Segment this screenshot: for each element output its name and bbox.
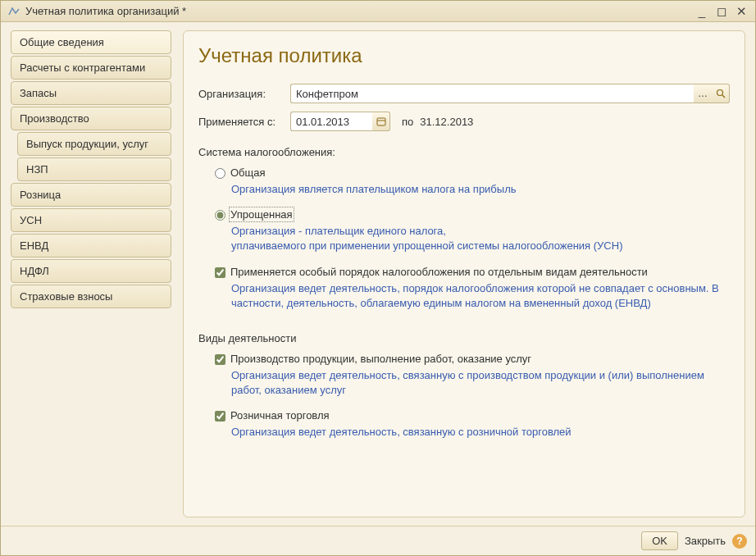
maximize-button[interactable]: ◻ xyxy=(714,4,729,19)
app-icon xyxy=(7,5,20,18)
sidebar-item-retail[interactable]: Розница xyxy=(11,183,171,207)
activity-production-label: Производство продукции, выполнение работ… xyxy=(230,353,531,365)
sidebar-item-output[interactable]: Выпуск продукции, услуг xyxy=(17,132,171,156)
sidebar-item-production[interactable]: Производство xyxy=(11,107,171,130)
org-select-button[interactable]: … xyxy=(694,84,712,103)
tax-radio-general-label: Общая xyxy=(230,166,266,179)
tax-radio-simplified[interactable] xyxy=(215,210,225,221)
applies-from-label: Применяется с: xyxy=(198,116,290,128)
sidebar-item-stock[interactable]: Запасы xyxy=(11,81,171,105)
activity-retail-label: Розничная торговля xyxy=(230,409,330,422)
tax-general-desc: Организация является плательщиком налога… xyxy=(231,182,730,197)
window-controls: _ ◻ ✕ xyxy=(695,4,749,19)
footer: OK Закрыть ? xyxy=(1,526,755,555)
app-window: Учетная политика организаций * _ ◻ ✕ Общ… xyxy=(0,0,756,556)
activities-label: Виды деятельности xyxy=(198,332,730,344)
applies-from-input[interactable] xyxy=(290,112,372,131)
titlebar: Учетная политика организаций * _ ◻ ✕ xyxy=(1,1,755,22)
tax-option-simplified: Упрощенная Организация - плательщик един… xyxy=(215,208,730,253)
sidebar-item-label: Выпуск продукции, услуг xyxy=(26,138,148,150)
ok-button[interactable]: OK xyxy=(641,531,678,550)
tax-radio-general[interactable] xyxy=(215,168,225,179)
tax-option-general: Общая Организация является плательщиком … xyxy=(215,166,730,197)
page-title: Учетная политика xyxy=(198,44,730,67)
close-window-button[interactable]: ✕ xyxy=(734,4,749,19)
special-check-desc: Организация ведет деятельность, порядок … xyxy=(231,281,730,311)
org-search-button[interactable] xyxy=(712,84,730,103)
svg-line-1 xyxy=(722,95,725,98)
sidebar-item-label: Запасы xyxy=(20,87,57,99)
activity-production: Производство продукции, выполнение работ… xyxy=(215,353,730,398)
org-input[interactable] xyxy=(290,84,694,103)
sidebar-item-label: Розница xyxy=(20,189,61,201)
svg-point-0 xyxy=(717,90,722,96)
sidebar-item-counterparties[interactable]: Расчеты с контрагентами xyxy=(11,56,171,80)
tax-system-label: Система налогообложения: xyxy=(198,146,730,158)
activity-production-check[interactable] xyxy=(215,354,225,365)
activity-retail-desc: Организация ведет деятельность, связанну… xyxy=(231,425,730,440)
window-title: Учетная политика организаций * xyxy=(25,5,695,17)
special-check-block: Применяется особый порядок налогообложен… xyxy=(215,266,730,311)
svg-rect-2 xyxy=(377,118,385,125)
activity-retail-check[interactable] xyxy=(215,411,225,422)
sidebar-item-general[interactable]: Общие сведения xyxy=(11,30,171,54)
special-check[interactable] xyxy=(215,267,225,278)
sidebar: Общие сведения Расчеты с контрагентами З… xyxy=(11,30,171,517)
org-row: Организация: … xyxy=(198,84,730,103)
sidebar-item-label: Производство xyxy=(20,112,89,125)
sidebar-item-label: Страховые взносы xyxy=(20,290,112,303)
sidebar-item-label: Расчеты с контрагентами xyxy=(20,62,145,74)
org-label: Организация: xyxy=(198,88,290,100)
sidebar-item-label: НДФЛ xyxy=(20,265,49,277)
sidebar-item-ndfl[interactable]: НДФЛ xyxy=(11,259,171,283)
sidebar-item-label: УСН xyxy=(20,214,42,226)
sidebar-item-label: НЗП xyxy=(26,163,48,175)
applies-to-prefix: по xyxy=(402,116,413,128)
main-panel: Учетная политика Организация: … Применяе… xyxy=(183,30,745,517)
sidebar-item-label: Общие сведения xyxy=(20,36,104,48)
activity-production-desc: Организация ведет деятельность, связанну… xyxy=(231,368,730,398)
special-check-label: Применяется особый порядок налогообложен… xyxy=(230,266,648,278)
help-button[interactable]: ? xyxy=(732,534,747,549)
search-icon xyxy=(716,89,726,98)
sidebar-item-label: ЕНВД xyxy=(20,239,48,252)
applies-row: Применяется с: по 31.12.2013 xyxy=(198,112,730,131)
sidebar-item-insurance[interactable]: Страховые взносы xyxy=(11,285,171,308)
calendar-icon xyxy=(376,116,386,126)
sidebar-item-envd[interactable]: ЕНВД xyxy=(11,234,171,257)
activity-retail: Розничная торговля Организация ведет дея… xyxy=(215,409,730,440)
date-picker-button[interactable] xyxy=(372,112,390,131)
minimize-button[interactable]: _ xyxy=(695,4,709,19)
tax-simplified-desc: Организация - плательщик единого налога,… xyxy=(231,224,730,253)
window-body: Общие сведения Расчеты с контрагентами З… xyxy=(1,22,755,526)
tax-radio-simplified-label: Упрощенная xyxy=(230,208,293,221)
applies-to-value: 31.12.2013 xyxy=(420,116,473,128)
sidebar-item-usn[interactable]: УСН xyxy=(11,208,171,232)
close-link[interactable]: Закрыть xyxy=(685,535,726,547)
sidebar-item-wip[interactable]: НЗП xyxy=(17,157,171,181)
